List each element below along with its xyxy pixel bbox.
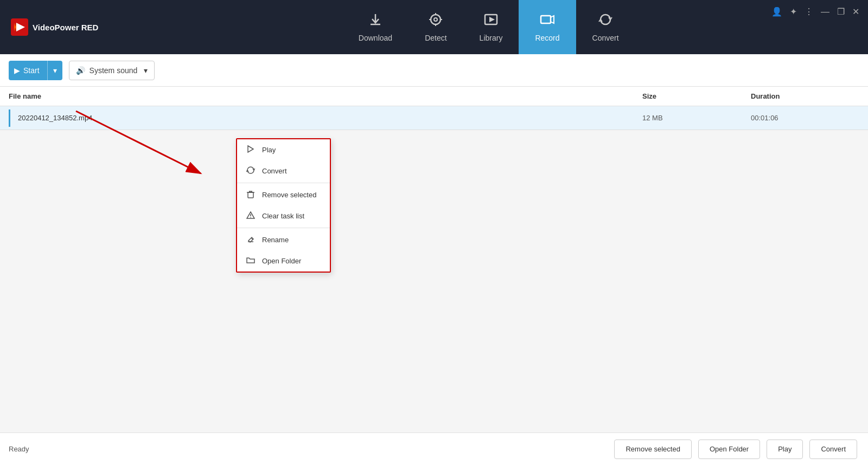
settings-icon-btn[interactable]: ✦ xyxy=(790,7,797,17)
download-icon xyxy=(368,12,383,30)
ctx-openfolder-label: Open Folder xyxy=(262,257,301,265)
start-play-icon: ▶ xyxy=(14,66,20,75)
ctx-sep-2 xyxy=(237,228,330,228)
col-header-filename: File name xyxy=(9,92,642,100)
bottom-play-btn[interactable]: Play xyxy=(767,440,803,459)
ctx-remove-icon xyxy=(246,190,256,200)
nav-record-label: Record xyxy=(535,34,559,42)
svg-rect-13 xyxy=(541,16,551,23)
bottom-remove-selected-btn[interactable]: Remove selected xyxy=(614,440,691,459)
table-row[interactable]: 20220412_134852.mp4 12 MB 00:01:06 xyxy=(0,106,868,130)
toolbar: ▶ Start ▾ 🔊 System sound ▾ xyxy=(0,54,868,87)
svg-point-6 xyxy=(434,18,437,21)
ctx-convert-icon xyxy=(246,166,256,176)
ctx-rename[interactable]: Rename xyxy=(237,229,330,250)
sound-button[interactable]: 🔊 System sound ▾ xyxy=(69,61,155,80)
header: VideoPower RED Download Detect Library R… xyxy=(0,0,868,54)
svg-marker-17 xyxy=(248,146,253,152)
table-header: File name Size Duration xyxy=(0,87,868,106)
start-dropdown-arrow[interactable]: ▾ xyxy=(48,61,62,80)
ctx-play-label: Play xyxy=(262,146,276,154)
row-size: 12 MB xyxy=(642,114,751,122)
convert-icon xyxy=(598,12,613,30)
nav-convert[interactable]: Convert xyxy=(576,0,635,54)
nav-convert-label: Convert xyxy=(592,34,619,42)
nav-detect-label: Detect xyxy=(425,34,446,42)
start-label: Start xyxy=(23,66,40,75)
close-btn[interactable]: ✕ xyxy=(852,7,859,17)
ctx-convert-label: Convert xyxy=(262,167,287,175)
nav-detect[interactable]: Detect xyxy=(409,0,463,54)
ctx-sep-1 xyxy=(237,183,330,183)
chevron-down-icon: ▾ xyxy=(53,66,57,75)
svg-marker-14 xyxy=(551,16,554,23)
ctx-clear-icon xyxy=(246,211,256,221)
ctx-openfolder-icon xyxy=(246,256,256,266)
col-header-duration: Duration xyxy=(751,92,859,100)
row-filename: 20220412_134852.mp4 xyxy=(9,109,642,127)
logo: VideoPower RED xyxy=(11,18,98,36)
titlebar-controls: 👤 ✦ ⋮ — ❐ ✕ xyxy=(771,7,859,17)
nav-download[interactable]: Download xyxy=(342,0,409,54)
svg-point-25 xyxy=(250,217,251,218)
sound-label: System sound xyxy=(90,66,138,75)
ctx-rename-icon xyxy=(246,235,256,245)
nav-download-label: Download xyxy=(359,34,392,42)
record-icon xyxy=(540,12,555,30)
row-duration: 00:01:06 xyxy=(751,114,859,122)
start-main[interactable]: ▶ Start xyxy=(9,61,48,80)
nav-library[interactable]: Library xyxy=(463,0,519,54)
status-text: Ready xyxy=(9,445,29,453)
sound-dropdown-icon: ▾ xyxy=(144,66,148,75)
bottom-bar: Ready Remove selected Open Folder Play C… xyxy=(0,432,868,465)
context-menu: Play Convert Remove selected Clear task … xyxy=(236,138,331,273)
ctx-convert[interactable]: Convert xyxy=(237,160,330,182)
bottom-open-folder-btn[interactable]: Open Folder xyxy=(698,440,760,459)
nav-library-label: Library xyxy=(480,34,503,42)
maximize-btn[interactable]: ❐ xyxy=(837,7,845,17)
library-icon xyxy=(483,12,499,30)
logo-icon xyxy=(11,18,28,36)
ctx-clear-label: Clear task list xyxy=(262,212,304,220)
nav-record[interactable]: Record xyxy=(519,0,576,54)
user-icon-btn[interactable]: 👤 xyxy=(771,7,782,17)
start-button[interactable]: ▶ Start ▾ xyxy=(9,61,62,80)
main-nav: Download Detect Library Record Convert xyxy=(120,0,857,54)
more-icon-btn[interactable]: ⋮ xyxy=(805,7,813,17)
svg-rect-18 xyxy=(248,192,253,198)
col-header-size: Size xyxy=(642,92,751,100)
row-bar xyxy=(9,109,10,127)
ctx-rename-label: Rename xyxy=(262,236,289,244)
svg-point-5 xyxy=(431,15,441,24)
filename-text: 20220412_134852.mp4 xyxy=(18,114,92,122)
table-area: File name Size Duration 20220412_134852.… xyxy=(0,87,868,432)
minimize-btn[interactable]: — xyxy=(821,7,829,17)
sound-icon: 🔊 xyxy=(76,66,85,75)
ctx-remove[interactable]: Remove selected xyxy=(237,184,330,205)
ctx-play-icon xyxy=(246,145,256,155)
ctx-openfolder[interactable]: Open Folder xyxy=(237,250,330,272)
app-title: VideoPower RED xyxy=(33,23,98,32)
svg-marker-12 xyxy=(489,17,495,22)
ctx-remove-label: Remove selected xyxy=(262,191,316,199)
detect-icon xyxy=(428,12,443,30)
bottom-convert-btn[interactable]: Convert xyxy=(809,440,857,459)
ctx-play[interactable]: Play xyxy=(237,139,330,160)
ctx-clear[interactable]: Clear task list xyxy=(237,205,330,227)
